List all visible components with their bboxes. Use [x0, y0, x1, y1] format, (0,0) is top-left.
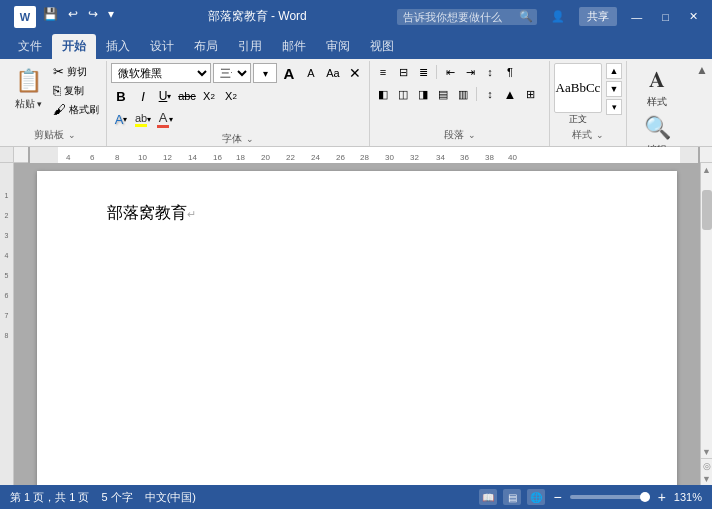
style-down-button[interactable]: ▼: [606, 81, 622, 97]
numbering-button[interactable]: ⊟: [394, 63, 412, 81]
minimize-button[interactable]: —: [625, 9, 648, 25]
highlight-dropdown[interactable]: ▾: [147, 115, 151, 124]
tab-home[interactable]: 开始: [52, 34, 96, 59]
next-page-button[interactable]: ▼: [701, 472, 712, 485]
decrease-indent-button[interactable]: ⇤: [441, 63, 459, 81]
format-painter-button[interactable]: 🖌 格式刷: [50, 101, 102, 118]
status-bar: 第 1 页，共 1 页 5 个字 中文(中国) 📖 ▤ 🌐 − + 131%: [0, 485, 712, 509]
underline-button[interactable]: U ▾: [155, 86, 175, 106]
grow-font-button[interactable]: A: [279, 63, 299, 83]
subscript-button[interactable]: X2: [199, 86, 219, 106]
font-row1: 微软雅黑 三号 ▾ A A Aa ✕: [111, 63, 365, 83]
justify-button[interactable]: ▤: [434, 85, 452, 103]
align-distribute-button[interactable]: ▥: [454, 85, 472, 103]
page-nav: ◎ ▼: [701, 458, 712, 485]
vruler-8: 8: [5, 325, 9, 345]
style-more-button[interactable]: ▾: [606, 99, 622, 115]
ruler-num-10: 10: [138, 153, 147, 162]
share-button[interactable]: 共享: [579, 7, 617, 26]
tab-view[interactable]: 视图: [360, 34, 404, 59]
superscript-button[interactable]: X2: [221, 86, 241, 106]
italic-button[interactable]: I: [133, 86, 153, 106]
collapse-ribbon-button[interactable]: ▲: [692, 61, 712, 146]
ruler-num-16: 16: [213, 153, 222, 162]
styles-expand-icon[interactable]: ⌄: [596, 130, 604, 140]
tab-layout[interactable]: 布局: [184, 34, 228, 59]
save-icon[interactable]: 💾: [40, 6, 61, 28]
clipboard-expand-icon[interactable]: ⌄: [68, 130, 76, 140]
align-right-button[interactable]: ◨: [414, 85, 432, 103]
cut-label: 剪切: [67, 65, 87, 79]
copy-button[interactable]: ⎘ 复制: [50, 82, 102, 99]
title-bar-left: W 💾 ↩ ↪ ▾: [8, 6, 117, 28]
font-name-select[interactable]: 微软雅黑: [111, 63, 211, 83]
document-page[interactable]: 部落窝教育↵: [37, 171, 677, 485]
zoom-thumb[interactable]: [640, 492, 650, 502]
vertical-scrollbar[interactable]: ▲ ▼ ◎ ▼: [700, 163, 712, 485]
editing-content: 𝐀 样式 🔍 编辑: [631, 61, 683, 159]
multilevel-list-button[interactable]: ≣: [414, 63, 432, 81]
underline-dropdown[interactable]: ▾: [167, 92, 171, 101]
undo-icon[interactable]: ↩: [65, 6, 81, 28]
cut-button[interactable]: ✂ 剪切: [50, 63, 102, 80]
tab-design[interactable]: 设计: [140, 34, 184, 59]
web-view-button[interactable]: 🌐: [527, 489, 545, 505]
bold-button[interactable]: B: [111, 86, 131, 106]
bullets-button[interactable]: ≡: [374, 63, 392, 81]
prev-page-button[interactable]: ◎: [701, 459, 712, 472]
line-spacing-button[interactable]: ↕: [481, 85, 499, 103]
sort-button[interactable]: ↕: [481, 63, 499, 81]
highlight-button[interactable]: ab ▾: [133, 109, 153, 129]
font-color-dropdown[interactable]: ▾: [169, 115, 173, 124]
text-effect-button[interactable]: A ▾: [111, 109, 131, 129]
clear-format-button[interactable]: ✕: [345, 63, 365, 83]
zoom-percentage: 131%: [674, 491, 702, 503]
paragraph-expand-icon[interactable]: ⌄: [468, 130, 476, 140]
user-icon[interactable]: 👤: [545, 8, 571, 25]
text-effect-dropdown[interactable]: ▾: [123, 115, 127, 124]
styles-label: 样式 ⌄: [554, 126, 622, 144]
tab-file[interactable]: 文件: [8, 34, 52, 59]
font-color-button[interactable]: A ▾: [155, 109, 175, 129]
redo-icon[interactable]: ↪: [85, 6, 101, 28]
increase-indent-button[interactable]: ⇥: [461, 63, 479, 81]
zoom-plus-button[interactable]: +: [656, 489, 668, 505]
vruler-2: 2: [5, 205, 9, 225]
align-center-button[interactable]: ◫: [394, 85, 412, 103]
document-area[interactable]: 部落窝教育↵: [14, 163, 700, 485]
show-marks-button[interactable]: ¶: [501, 63, 519, 81]
shrink-font-button[interactable]: A: [301, 63, 321, 83]
styles-btn[interactable]: 𝐀 样式: [641, 65, 673, 111]
tab-references[interactable]: 引用: [228, 34, 272, 59]
read-view-button[interactable]: 📖: [479, 489, 497, 505]
search-input[interactable]: [397, 9, 537, 25]
strikethrough-button[interactable]: abc: [177, 86, 197, 106]
paste-dropdown-icon[interactable]: ▾: [37, 99, 42, 109]
align-left-button[interactable]: ◧: [374, 85, 392, 103]
editing-icon: 🔍: [644, 115, 671, 141]
font-expand-icon[interactable]: ⌄: [246, 134, 254, 144]
restore-button[interactable]: □: [656, 9, 675, 25]
ruler-num-12: 12: [163, 153, 172, 162]
tab-insert[interactable]: 插入: [96, 34, 140, 59]
case-button[interactable]: Aa: [323, 63, 343, 83]
tab-review[interactable]: 审阅: [316, 34, 360, 59]
tab-mailings[interactable]: 邮件: [272, 34, 316, 59]
font-size-select[interactable]: 三号: [213, 63, 251, 83]
vruler-1: 1: [5, 185, 9, 205]
zoom-slider[interactable]: [570, 495, 650, 499]
border-button[interactable]: ⊞: [521, 85, 539, 103]
style-normal-box[interactable]: AaBbCc: [554, 63, 602, 113]
zoom-minus-button[interactable]: −: [551, 489, 563, 505]
qa-dropdown-icon[interactable]: ▾: [105, 6, 117, 28]
print-view-button[interactable]: ▤: [503, 489, 521, 505]
paste-button[interactable]: 📋 粘贴 ▾: [8, 63, 48, 113]
size-num-label[interactable]: ▾: [253, 63, 277, 83]
style-up-button[interactable]: ▲: [606, 63, 622, 79]
shading-button[interactable]: ▲: [501, 85, 519, 103]
close-button[interactable]: ✕: [683, 8, 704, 25]
scroll-thumb[interactable]: [702, 190, 712, 230]
scroll-up-button[interactable]: ▲: [701, 163, 712, 176]
scroll-down-button[interactable]: ▼: [701, 445, 712, 458]
document-content[interactable]: 部落窝教育↵: [107, 201, 617, 225]
